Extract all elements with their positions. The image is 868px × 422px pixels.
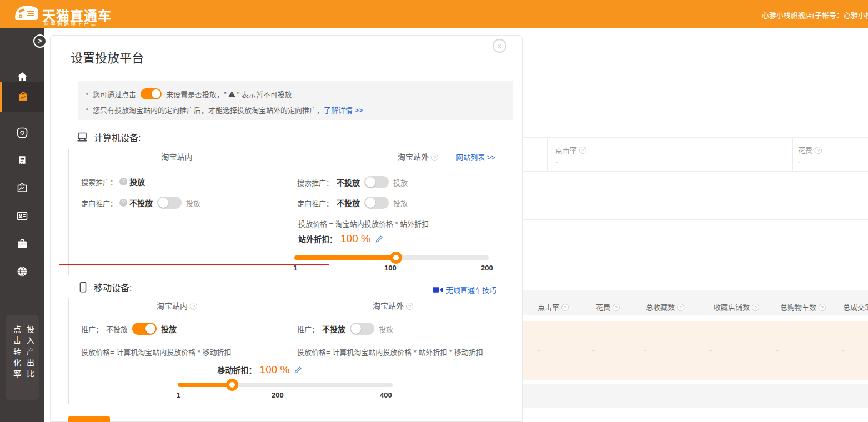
- offsite-discount-value: 100 %: [340, 233, 370, 245]
- sidebar-item-favorites[interactable]: [0, 119, 44, 147]
- expand-sidebar-button[interactable]: >: [33, 34, 47, 48]
- wireless-tips-link[interactable]: 无线直通车技巧: [446, 284, 496, 295]
- site-list-link[interactable]: 网站列表 >>: [456, 149, 495, 165]
- state-on: 投放: [129, 176, 145, 187]
- mobile-offsite-header: 淘宝站外?: [285, 298, 501, 314]
- computer-offsite-target-toggle[interactable]: [364, 197, 389, 209]
- help-icon[interactable]: ?: [579, 147, 586, 154]
- logo-subtitle: 阿里妈妈旗下产品: [44, 20, 97, 27]
- notice-text: " 表示暂不可投放: [237, 89, 292, 99]
- mobile-onsite-promo-toggle[interactable]: [132, 323, 157, 335]
- sidebar-item-tools[interactable]: [0, 230, 44, 258]
- edit-icon[interactable]: [294, 366, 302, 374]
- wireless-tips-row: 无线直通车技巧: [433, 284, 496, 295]
- state-off: 不投放: [106, 324, 128, 334]
- promo-label: 推广：: [297, 324, 319, 334]
- bg-col-cart: 总购物车数?: [780, 302, 826, 312]
- state-off: 不投放: [129, 197, 153, 208]
- sidebar-item-campaign[interactable]: [0, 82, 44, 112]
- video-icon: [433, 286, 443, 294]
- bullet-icon: [86, 108, 88, 110]
- help-icon[interactable]: ?: [561, 304, 569, 311]
- help-icon[interactable]: ?: [815, 147, 822, 154]
- picture-frame-icon: [16, 182, 29, 195]
- slider-tick-mid: 200: [272, 391, 284, 399]
- mobile-offsite-promo-toggle[interactable]: [350, 323, 374, 335]
- bg-table-data-row: [523, 321, 868, 380]
- screen: 点击率? - 花费? - 点击率? 花费? 总收藏数? 收藏店铺数? 总购物车数…: [0, 0, 868, 422]
- help-icon[interactable]: ?: [119, 199, 127, 207]
- computer-onsite-target-toggle[interactable]: [157, 197, 182, 209]
- learn-more-link[interactable]: 了解详情 >>: [324, 104, 363, 115]
- account-name[interactable]: 心雅小栈旗舰店(子帐号：心雅小栈: [762, 9, 868, 20]
- computer-section-title: 计算机设备:: [94, 130, 141, 144]
- state-on: 投放: [393, 177, 408, 188]
- help-icon[interactable]: ?: [613, 304, 620, 311]
- slider-tick-min: 1: [293, 264, 297, 272]
- computer-table: 淘宝站内 淘宝站外? 网站列表 >> 搜索推广： ? 投放 定向推广： ? 不投…: [68, 149, 500, 275]
- promo-label: 推广：: [81, 324, 103, 334]
- computer-offsite-search-toggle[interactable]: [364, 176, 389, 188]
- divider: [547, 137, 548, 171]
- state-off: 不投放: [337, 177, 360, 188]
- mobile-onsite-formula: 投放价格= 计算机淘宝站内投放价格 * 移动折扣: [81, 346, 232, 357]
- help-icon[interactable]: ?: [190, 303, 197, 310]
- sidebar-item-account[interactable]: [0, 202, 44, 230]
- stat-cost-value: -: [798, 157, 801, 166]
- toggle-knob: [351, 324, 361, 334]
- slider-knob[interactable]: [226, 379, 238, 391]
- offsite-discount-row: 站外折扣： 100 %: [298, 233, 383, 245]
- divider: [69, 361, 501, 361]
- help-icon[interactable]: ?: [431, 154, 438, 161]
- state-off: 不投放: [337, 197, 360, 208]
- help-icon[interactable]: ?: [819, 304, 826, 311]
- divider: [523, 234, 868, 234]
- notice-text: 您只有投放淘宝站内的定向推广后，才能选择投放淘宝站外的定向推广，: [93, 104, 324, 115]
- bg-cell: -: [591, 345, 594, 354]
- slider-tick-mid: 100: [384, 264, 397, 272]
- divider: [523, 171, 868, 172]
- help-icon[interactable]: ?: [752, 304, 759, 311]
- state-on: 投放: [186, 198, 200, 208]
- toggle-knob: [365, 177, 375, 187]
- target-promo-label: 定向推广：: [297, 198, 333, 208]
- help-icon[interactable]: ?: [406, 303, 413, 310]
- divider: [523, 262, 868, 262]
- state-on: 投放: [161, 323, 177, 334]
- divider: [523, 137, 868, 138]
- divider: [285, 149, 285, 276]
- warning-icon: [228, 91, 236, 98]
- help-icon[interactable]: ?: [119, 178, 127, 185]
- sidebar-item-creative[interactable]: [0, 174, 44, 202]
- set-platform-dialog: 设置投放平台 × 您可通过点击 来设置是否投放，" " 表示暂不可投放 您只有投…: [50, 35, 523, 422]
- mobile-discount-label: 移动折扣：: [218, 364, 257, 375]
- tmall-train-logo-icon: [12, 3, 40, 24]
- close-button[interactable]: ×: [493, 39, 506, 53]
- confirm-button[interactable]: [68, 416, 110, 422]
- slider-knob[interactable]: [390, 252, 402, 264]
- slider-fill: [294, 255, 396, 260]
- search-promo-label: 搜索推广：: [297, 177, 333, 188]
- notice-line-2: 您只有投放淘宝站内的定向推广后，才能选择投放淘宝站外的定向推广， 了解详情 >>: [86, 103, 513, 116]
- computer-offsite-header: 淘宝站外? 网站列表 >>: [285, 149, 501, 165]
- chevron-right-icon: >: [38, 37, 42, 45]
- bg-col-clickrate: 点击率?: [538, 302, 569, 312]
- bg-col-cost: 花费?: [596, 302, 620, 312]
- offsite-discount-slider[interactable]: [294, 255, 489, 260]
- mobile-discount-slider[interactable]: [178, 383, 393, 387]
- bg-cell: -: [710, 345, 713, 354]
- state-off: 不投放: [322, 323, 345, 334]
- sidebar-item-reports[interactable]: [0, 147, 44, 174]
- sidebar-item-apps[interactable]: [0, 258, 44, 285]
- mobile-section-header: 移动设备:: [77, 280, 132, 294]
- target-promo-label: 定向推广：: [81, 198, 117, 208]
- sidebar: 点击转化率 投入产出比 >: [0, 28, 44, 422]
- edit-icon[interactable]: [375, 235, 383, 243]
- help-icon[interactable]: ?: [677, 304, 684, 311]
- computer-onsite-target-row: 定向推广： ? 不投放 投放: [81, 197, 200, 209]
- receipt-icon: [16, 154, 28, 167]
- notice-text: 来设置是否投放，": [166, 89, 227, 99]
- slider-fill: [178, 383, 232, 387]
- stat-cost-label: 花费?: [798, 144, 822, 155]
- id-card-icon: [16, 209, 29, 223]
